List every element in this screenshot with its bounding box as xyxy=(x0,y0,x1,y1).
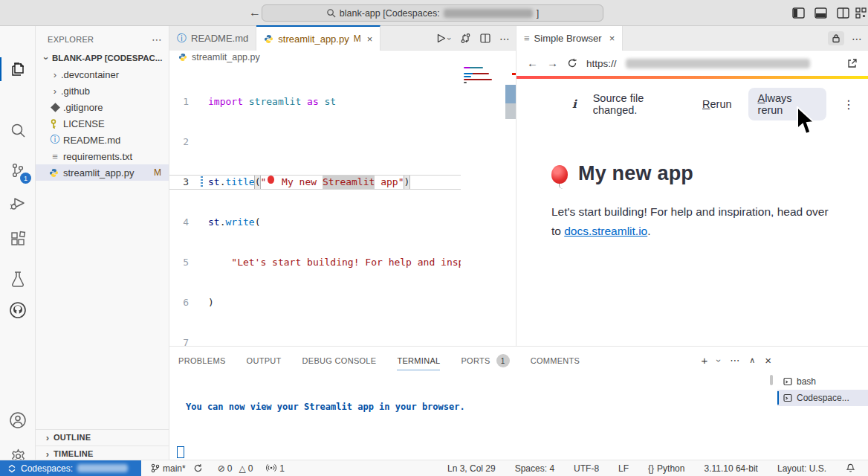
tree-item-streamlit-app[interactable]: streamlit_app.py M xyxy=(36,164,169,181)
streamlit-menu-icon[interactable]: ⋮ xyxy=(843,97,855,112)
browser-reload-icon[interactable] xyxy=(567,58,577,68)
code-editor[interactable]: 1import streamlit as st 2 3st.title(" My… xyxy=(169,68,461,346)
panel-tab-problems[interactable]: PROBLEMS xyxy=(178,354,226,370)
close-icon[interactable]: × xyxy=(367,33,373,45)
run-python-file-icon[interactable]: › xyxy=(436,33,451,43)
tree-item-license[interactable]: LICENSE xyxy=(36,115,169,132)
accounts-icon[interactable] xyxy=(0,404,36,437)
more-actions-icon[interactable]: ⋯ xyxy=(852,33,862,45)
chevron-right-icon: › xyxy=(54,69,56,80)
url-protocol[interactable]: https:// xyxy=(586,58,617,69)
extensions-icon[interactable] xyxy=(0,222,36,255)
terminal-message: You can now view your Streamlit app in y… xyxy=(186,402,465,412)
outline-section[interactable]: › OUTLINE xyxy=(36,429,169,445)
tree-item-devcontainer[interactable]: › .devcontainer xyxy=(36,66,169,83)
tree-root-blank-app[interactable]: › BLANK-APP [CODESPAC... xyxy=(36,50,169,66)
split-editor-icon[interactable] xyxy=(837,7,849,19)
explorer-sidebar: EXPLORER ⋯ › BLANK-APP [CODESPAC... › .d… xyxy=(36,26,169,460)
status-bar: Codespaces: main* ⊘0 △0 1 Ln 3, Col 29 S… xyxy=(0,460,868,476)
rerun-button[interactable]: Rerun xyxy=(702,98,732,110)
maximize-panel-icon[interactable]: ∧ xyxy=(749,356,755,365)
browser-tab-bar: ≡ Simple Browser × ⋯ xyxy=(516,26,868,51)
tree-item-requirements[interactable]: ≡ requirements.txt xyxy=(36,148,169,164)
remote-indicator[interactable]: Codespaces: xyxy=(0,460,141,476)
tab-readme[interactable]: ⓘ README.md xyxy=(169,26,256,51)
panel-tab-debug-console[interactable]: DEBUG CONSOLE xyxy=(302,354,377,370)
streamlit-body-line2: to docs.streamlit.io. xyxy=(551,222,651,241)
streamlit-info-icon: i xyxy=(572,97,577,111)
panel-tab-comments[interactable]: COMMENTS xyxy=(531,354,580,370)
breadcrumb[interactable]: streamlit_app.py xyxy=(178,52,260,62)
customize-layout-icon[interactable] xyxy=(855,7,867,19)
open-external-icon[interactable] xyxy=(847,58,858,68)
toggle-panel-icon[interactable] xyxy=(814,7,827,19)
split-editor-icon[interactable] xyxy=(480,33,490,43)
code-line-2: 2 xyxy=(169,135,461,149)
panel-tab-output[interactable]: OUTPUT xyxy=(247,354,282,370)
terminal-sessions-list: bash Codespace... xyxy=(777,373,868,406)
redacted-codespace-name xyxy=(77,464,128,472)
terminal-session-bash[interactable]: bash xyxy=(777,373,868,390)
git-file-icon xyxy=(49,102,61,113)
tree-item-readme[interactable]: ⓘ README.md xyxy=(36,132,169,148)
command-center-search[interactable]: blank-app [Codespaces: ] xyxy=(262,4,603,22)
mouse-cursor xyxy=(795,106,816,138)
toggle-sidebar-icon[interactable] xyxy=(792,7,805,19)
editor-scrollbar[interactable] xyxy=(505,85,516,119)
workspace-title-suffix: ] xyxy=(537,8,539,19)
tree-item-github[interactable]: › .github xyxy=(36,83,169,99)
terminal-cursor xyxy=(177,446,184,458)
run-or-debug-icon[interactable] xyxy=(460,33,471,44)
github-icon[interactable] xyxy=(0,294,36,327)
modified-badge: M xyxy=(354,33,361,44)
python-version-item[interactable]: 3.11.10 64-bit xyxy=(700,463,762,474)
problems-item[interactable]: ⊘0 △0 xyxy=(214,463,257,474)
tree-item-gitignore[interactable]: .gitignore xyxy=(36,99,169,115)
balloon-emoji xyxy=(268,176,274,184)
terminal-session-codespace[interactable]: Codespace... xyxy=(777,390,868,406)
testing-icon[interactable] xyxy=(0,263,36,295)
more-actions-icon[interactable]: ⋯ xyxy=(499,33,510,45)
source-control-icon[interactable]: 1 xyxy=(0,154,36,187)
minimap[interactable] xyxy=(462,65,505,346)
close-panel-icon[interactable]: × xyxy=(765,354,771,367)
tab-streamlit-app[interactable]: streamlit_app.py M × xyxy=(256,25,380,51)
forwarded-ports-item[interactable]: 1 xyxy=(262,463,288,474)
encoding-item[interactable]: UTF-8 xyxy=(570,463,603,474)
browser-back-icon[interactable]: ← xyxy=(527,56,538,71)
search-view-icon[interactable] xyxy=(0,114,36,147)
keyboard-layout-item[interactable]: Layout: U.S. xyxy=(774,463,830,474)
eol-item[interactable]: LF xyxy=(615,463,632,474)
cursor-position-item[interactable]: Ln 3, Col 29 xyxy=(444,463,499,474)
terminal-dropdown-icon[interactable]: › xyxy=(713,359,724,362)
explorer-more-icon[interactable]: ⋯ xyxy=(152,33,163,45)
panel-more-icon[interactable]: ⋯ xyxy=(730,355,739,366)
timeline-section[interactable]: › TIMELINE xyxy=(36,446,169,461)
chevron-down-icon: › xyxy=(41,57,52,60)
git-branch-item[interactable]: main* xyxy=(147,463,190,474)
preview-icon: ≡ xyxy=(524,33,530,44)
ports-badge: 1 xyxy=(496,354,510,367)
editor-tab-bar: ⓘ README.md streamlit_app.py M × › ⋯ xyxy=(169,26,516,51)
browser-forward-icon[interactable]: → xyxy=(547,56,558,71)
lock-icon[interactable] xyxy=(828,31,844,45)
panel-tab-ports[interactable]: PORTS1 xyxy=(461,354,509,370)
explorer-view-icon[interactable] xyxy=(0,53,36,86)
language-mode-item[interactable]: {}Python xyxy=(644,463,688,474)
new-terminal-icon[interactable]: + xyxy=(701,354,707,367)
text-file-icon: ≡ xyxy=(49,151,61,162)
workspace-title: blank-app [Codespaces: xyxy=(340,8,440,19)
sync-changes-item[interactable] xyxy=(190,463,207,473)
run-debug-icon[interactable] xyxy=(0,187,36,219)
activity-bar: 1 xyxy=(0,26,36,460)
modified-badge: M xyxy=(154,167,161,178)
docs-streamlit-link[interactable]: docs.streamlit.io xyxy=(564,225,647,237)
close-icon[interactable]: × xyxy=(609,33,615,44)
source-changed-text: Source file changed. xyxy=(593,92,686,116)
indentation-item[interactable]: Spaces: 4 xyxy=(511,463,558,474)
notifications-bell-icon[interactable] xyxy=(842,463,859,473)
tab-simple-browser[interactable]: ≡ Simple Browser × xyxy=(516,26,623,51)
panel-tab-terminal[interactable]: TERMINAL xyxy=(397,354,440,370)
history-back-icon[interactable]: ← xyxy=(249,5,261,20)
panel-scrollbar[interactable] xyxy=(770,375,773,385)
